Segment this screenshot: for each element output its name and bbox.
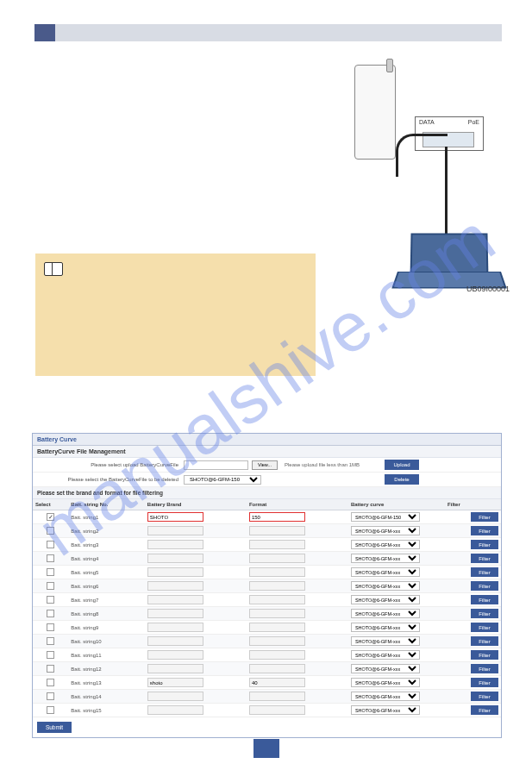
format-input[interactable] <box>249 554 305 563</box>
curve-select[interactable]: SHOTO@6-GFM-xxx <box>351 526 420 535</box>
filter-button[interactable]: Filter <box>471 692 498 701</box>
format-input[interactable] <box>249 581 305 591</box>
filter-button[interactable]: Filter <box>471 567 498 577</box>
brand-input[interactable] <box>147 623 203 632</box>
curve-select[interactable]: SHOTO@6-GFM-xxx <box>351 692 420 701</box>
brand-input[interactable] <box>147 692 203 701</box>
row-no: Batt. string11 <box>68 648 145 662</box>
filter-button[interactable]: Filter <box>471 650 498 660</box>
row-checkbox[interactable] <box>47 610 54 617</box>
curve-select[interactable]: SHOTO@6-GFM-xxx <box>351 567 420 577</box>
header-no: Batt. string No. <box>68 499 145 510</box>
row-checkbox[interactable] <box>47 623 54 631</box>
filter-button[interactable]: Filter <box>471 705 498 715</box>
row-checkbox[interactable] <box>47 582 54 590</box>
row-checkbox[interactable] <box>47 651 54 659</box>
curve-select[interactable]: SHOTO@6-GFM-xxx <box>351 650 420 660</box>
port-label-data: DATA <box>419 119 435 125</box>
row-checkbox[interactable] <box>47 637 54 645</box>
table-row: Batt. string13 SHOTO@6-GFM-xxx Filter <box>33 676 501 690</box>
curve-select[interactable]: SHOTO@6-GFM-150 <box>351 512 420 522</box>
filter-button[interactable]: Filter <box>471 664 498 673</box>
page-footer-block <box>253 739 279 758</box>
submit-button[interactable]: Submit <box>37 722 72 733</box>
upload-label: Please select upload BatteryCurveFile <box>37 462 184 467</box>
format-input[interactable] <box>249 595 305 604</box>
row-checkbox[interactable] <box>47 679 54 686</box>
brand-input[interactable] <box>147 526 203 535</box>
browse-button[interactable]: View... <box>252 460 278 470</box>
format-input[interactable] <box>249 540 305 549</box>
brand-input[interactable] <box>147 664 203 673</box>
row-checkbox[interactable] <box>47 665 54 673</box>
curve-select[interactable]: SHOTO@6-GFM-xxx <box>351 636 420 646</box>
row-checkbox[interactable] <box>47 513 54 521</box>
curve-select[interactable]: SHOTO@6-GFM-xxx <box>351 609 420 618</box>
format-input[interactable] <box>249 609 305 618</box>
format-input[interactable] <box>249 636 305 646</box>
row-checkbox[interactable] <box>47 568 54 576</box>
brand-input[interactable] <box>147 512 203 522</box>
row-checkbox[interactable] <box>47 706 54 714</box>
brand-input[interactable] <box>147 705 203 715</box>
connection-diagram: DATA PoE UB09I00001 <box>329 65 510 280</box>
format-input[interactable] <box>249 692 305 701</box>
brand-input[interactable] <box>147 636 203 646</box>
filter-button[interactable]: Filter <box>471 581 498 591</box>
format-input[interactable] <box>249 650 305 660</box>
upload-button[interactable]: Upload <box>385 460 419 470</box>
table-row: Batt. string8 SHOTO@6-GFM-xxx Filter <box>33 607 501 621</box>
row-checkbox[interactable] <box>47 554 54 562</box>
delete-button[interactable]: Delete <box>385 474 419 485</box>
table-row: Batt. string1 SHOTO@6-GFM-150 Filter <box>33 510 501 524</box>
filter-button[interactable]: Filter <box>471 623 498 632</box>
upload-file-input[interactable] <box>184 460 248 470</box>
filter-button[interactable]: Filter <box>471 595 498 604</box>
row-checkbox[interactable] <box>47 692 54 700</box>
curve-select[interactable]: SHOTO@6-GFM-xxx <box>351 623 420 632</box>
note-box <box>35 254 316 376</box>
header-brand: Battery Brand <box>145 499 247 510</box>
brand-input[interactable] <box>147 678 203 687</box>
brand-input[interactable] <box>147 595 203 604</box>
delete-row: Please select the BatteryCurveFile to be… <box>33 473 501 487</box>
format-input[interactable] <box>249 526 305 535</box>
format-input[interactable] <box>249 664 305 673</box>
filter-button[interactable]: Filter <box>471 609 498 618</box>
book-icon <box>44 262 63 276</box>
curve-select[interactable]: SHOTO@6-GFM-xxx <box>351 554 420 563</box>
filter-button[interactable]: Filter <box>471 526 498 535</box>
curve-select[interactable]: SHOTO@6-GFM-xxx <box>351 595 420 604</box>
filter-button[interactable]: Filter <box>471 540 498 549</box>
format-input[interactable] <box>249 623 305 632</box>
delete-select[interactable]: SHOTO@6-GFM-150 <box>184 475 261 485</box>
filter-button[interactable]: Filter <box>471 554 498 563</box>
curve-select[interactable]: SHOTO@6-GFM-xxx <box>351 678 420 687</box>
brand-input[interactable] <box>147 567 203 577</box>
table-row: Batt. string10 SHOTO@6-GFM-xxx Filter <box>33 635 501 648</box>
format-input[interactable] <box>249 512 305 522</box>
filter-button[interactable]: Filter <box>471 636 498 646</box>
filter-button[interactable]: Filter <box>471 512 498 522</box>
curve-select[interactable]: SHOTO@6-GFM-xxx <box>351 540 420 549</box>
curve-select[interactable]: SHOTO@6-GFM-xxx <box>351 581 420 591</box>
brand-input[interactable] <box>147 554 203 563</box>
format-input[interactable] <box>249 678 305 687</box>
brand-input[interactable] <box>147 581 203 591</box>
format-input[interactable] <box>249 705 305 715</box>
brand-input[interactable] <box>147 650 203 660</box>
row-checkbox[interactable] <box>47 527 54 535</box>
brand-input[interactable] <box>147 609 203 618</box>
curve-select[interactable]: SHOTO@6-GFM-xxx <box>351 664 420 673</box>
format-input[interactable] <box>249 567 305 577</box>
table-row: Batt. string9 SHOTO@6-GFM-xxx Filter <box>33 621 501 635</box>
row-no: Batt. string4 <box>68 552 145 566</box>
row-no: Batt. string14 <box>68 690 145 704</box>
curve-select[interactable]: SHOTO@6-GFM-xxx <box>351 705 420 715</box>
filter-button[interactable]: Filter <box>471 678 498 687</box>
row-no: Batt. string2 <box>68 524 145 538</box>
row-checkbox[interactable] <box>47 541 54 548</box>
upload-hint: Please upload file less than 1MB <box>285 462 360 467</box>
row-checkbox[interactable] <box>47 596 54 604</box>
brand-input[interactable] <box>147 540 203 549</box>
